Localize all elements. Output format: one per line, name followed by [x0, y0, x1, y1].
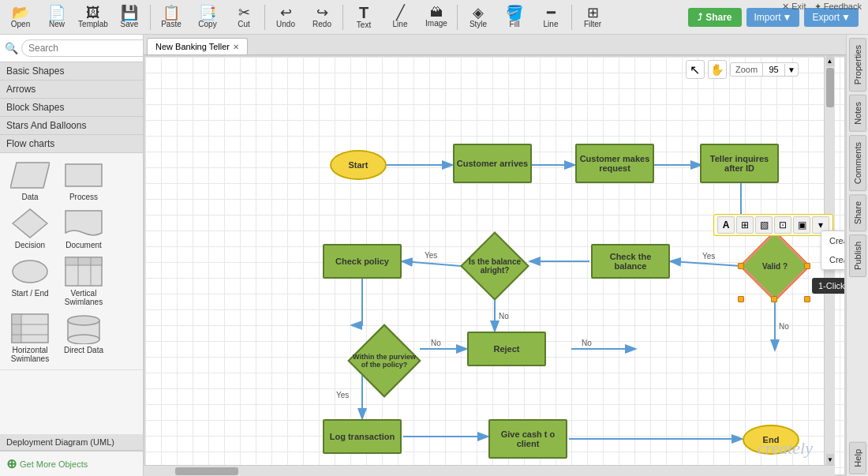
fill-button[interactable]: 🪣 Fill — [497, 2, 532, 33]
right-tab-share[interactable]: Share — [849, 194, 866, 231]
exit-link[interactable]: ✕ Exit — [782, 2, 806, 12]
style-icon: ◈ — [473, 6, 484, 20]
template-button[interactable]: 🖼 Templab — [76, 2, 110, 33]
sidebar-category-deployment[interactable]: Deployment Diagram (UML) — [0, 434, 143, 451]
template-icon: 🖼 — [86, 6, 100, 20]
undo-button[interactable]: ↩ Undo — [268, 2, 303, 33]
log-transaction-node[interactable]: Log transaction — [323, 419, 402, 454]
shape-item-document[interactable]: Document — [60, 208, 107, 249]
canvas-tab[interactable]: New Banking Teller ✕ — [147, 38, 248, 54]
shape-item-vswim[interactable]: Vertical Swimlanes — [60, 256, 107, 306]
line-button[interactable]: ╱ Line — [383, 2, 417, 33]
mini-tool-3[interactable]: ⊡ — [774, 216, 791, 234]
within-purview-node[interactable]: Within the purview of the policy? — [349, 325, 420, 396]
sidebar-category-basic-shapes[interactable]: Basic Shapes — [0, 62, 143, 81]
selection-handle-bm[interactable] — [771, 296, 777, 302]
selection-handle-bl[interactable] — [738, 296, 744, 302]
shape-item-data[interactable]: Data — [6, 159, 54, 201]
line2-icon: ━ — [547, 6, 556, 20]
svg-text:Yes: Yes — [425, 251, 437, 260]
cut-button[interactable]: ✂ Cut — [226, 2, 261, 33]
search-box: 🔍 — [0, 35, 143, 62]
mini-tool-1[interactable]: ⊞ — [736, 216, 754, 234]
customer-arrives-node[interactable]: Customer arrives — [453, 144, 532, 183]
end-node[interactable]: End — [743, 425, 799, 455]
check-policy-node[interactable]: Check policy — [323, 244, 402, 279]
search-input[interactable] — [21, 39, 144, 57]
selection-handle-mr[interactable] — [804, 263, 810, 269]
filter-button[interactable]: ⊞ Filter — [575, 2, 610, 33]
context-create-decision[interactable]: Create a Decision — [821, 231, 844, 250]
mini-toolbar: A ⊞ ▧ ⊡ ▣ ▾ — [713, 214, 833, 236]
vswim-shape-icon — [64, 256, 103, 287]
valid-node[interactable]: Valid ? — [741, 232, 809, 300]
style-button[interactable]: ◈ Style — [461, 2, 496, 33]
shape-item-process[interactable]: Process — [60, 159, 107, 201]
line2-button[interactable]: ━ Line — [533, 2, 568, 33]
sidebar-category-block-shapes[interactable]: Block Shapes — [0, 99, 143, 117]
zoom-dropdown-button[interactable]: ▼ — [784, 64, 798, 76]
open-icon: 📂 — [12, 6, 29, 20]
sidebar-category-arrows[interactable]: Arrows — [0, 81, 143, 99]
share-button[interactable]: ⤴ Share — [688, 8, 741, 27]
horizontal-scrollbar[interactable] — [144, 465, 835, 476]
share-icon: ⤴ — [698, 12, 702, 23]
scroll-thumb-v[interactable] — [826, 68, 834, 107]
balance-alright-node[interactable]: Is the balance alright? — [461, 232, 529, 300]
hswim-shape-icon — [10, 313, 50, 344]
shape-item-directdata[interactable]: Direct Data — [60, 313, 107, 363]
svg-point-14 — [68, 335, 99, 344]
right-tab-properties[interactable]: Properties — [849, 38, 866, 92]
new-button[interactable]: 📄 New — [39, 2, 74, 33]
export-arrow-icon: ▼ — [841, 12, 851, 23]
right-tab-help[interactable]: Help — [849, 442, 866, 474]
feedback-link[interactable]: ✦ Feedback — [814, 2, 862, 12]
text-button[interactable]: T Text — [346, 2, 381, 33]
right-tab-publish[interactable]: Publish — [849, 234, 866, 277]
start-node[interactable]: Start — [330, 150, 387, 180]
process-shape-icon — [64, 159, 103, 191]
svg-rect-9 — [12, 314, 21, 343]
cut-icon: ✂ — [238, 6, 250, 20]
canvas-area: ▲ ▼ ↖ ✋ Zoom 95 ▼ — [144, 55, 846, 476]
diagram-canvas[interactable]: Yes Yes No Yes No — [145, 57, 844, 474]
scroll-up-button[interactable]: ▲ — [826, 55, 834, 66]
mini-tool-4[interactable]: ▣ — [793, 216, 810, 234]
context-create-startend[interactable]: Create a Start / End — [821, 250, 844, 269]
save-button[interactable]: 💾 Save — [112, 2, 147, 33]
image-button[interactable]: 🏔 Image — [419, 2, 454, 33]
canvas-toolbar: ↖ ✋ Zoom 95 ▼ — [686, 60, 799, 79]
right-tab-comments[interactable]: Comments — [849, 135, 866, 191]
scroll-down-button[interactable]: ▼ — [826, 454, 834, 465]
selection-handle-ml[interactable] — [738, 263, 744, 269]
pointer-tool-button[interactable]: ↖ — [686, 60, 705, 79]
sidebar-category-flow-charts[interactable]: Flow charts — [0, 135, 143, 153]
customer-request-node[interactable]: Customer makes request — [575, 144, 654, 183]
give-cash-node[interactable]: Give cash t o client — [488, 419, 567, 459]
shape-item-decision[interactable]: Decision — [6, 208, 54, 249]
check-balance-node[interactable]: Check the balance — [591, 244, 670, 279]
reject-node[interactable]: Reject — [467, 332, 546, 366]
mini-tool-2[interactable]: ▧ — [755, 216, 773, 234]
copy-button[interactable]: 📑 Copy — [190, 2, 225, 33]
filter-icon: ⊞ — [587, 6, 599, 20]
open-button[interactable]: 📂 Open — [3, 2, 38, 33]
zoom-control: Zoom 95 ▼ — [730, 62, 799, 77]
paste-button[interactable]: 📋 Paste — [154, 2, 189, 33]
selection-handle-br[interactable] — [804, 296, 810, 302]
new-icon: 📄 — [48, 6, 65, 20]
scroll-thumb-h[interactable] — [175, 467, 238, 475]
tab-close-button[interactable]: ✕ — [233, 43, 239, 51]
right-tab-notes[interactable]: Notes — [849, 95, 866, 132]
shapes-panel: Data Process Decision Docu — [0, 153, 143, 370]
shape-item-hswim[interactable]: Horizontal Swimlanes — [6, 313, 54, 363]
redo-button[interactable]: ↪ Redo — [305, 2, 339, 33]
mini-tool-text[interactable]: A — [717, 216, 735, 234]
sidebar-category-stars-balloons[interactable]: Stars And Balloons — [0, 117, 143, 135]
pan-tool-button[interactable]: ✋ — [708, 60, 727, 79]
get-more-objects-button[interactable]: ⊕ Get More Objects — [0, 451, 143, 476]
save-icon: 💾 — [121, 6, 138, 20]
teller-id-node[interactable]: Teller inquires after ID — [700, 144, 779, 183]
shape-item-startend[interactable]: Start / End — [6, 256, 54, 306]
svg-rect-5 — [65, 257, 102, 265]
